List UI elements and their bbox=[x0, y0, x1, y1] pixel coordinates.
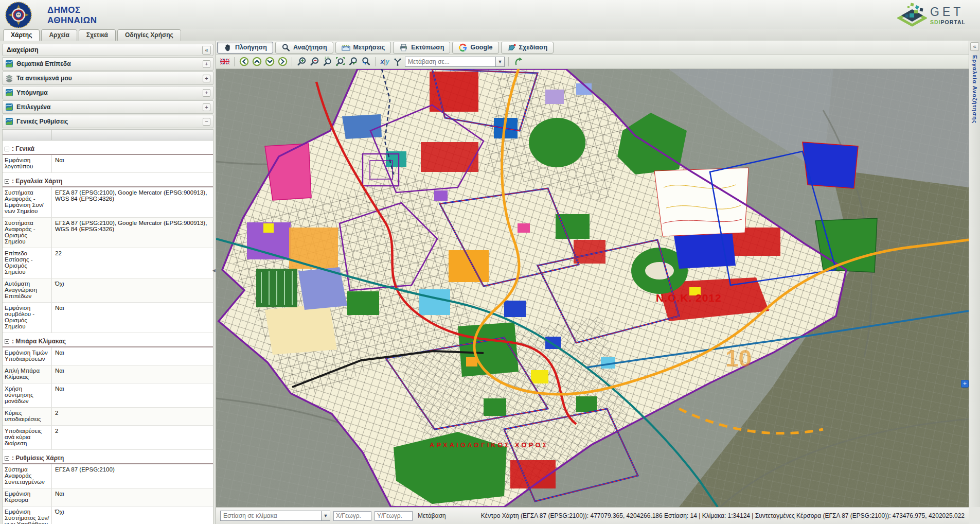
separator bbox=[508, 57, 509, 66]
setting-value[interactable]: Ναι bbox=[52, 488, 213, 506]
group-general[interactable]: : Γενικά bbox=[3, 141, 213, 155]
settings-row: Υποδιαιρέσεις ανά κύρια διαίρεση 2 bbox=[3, 426, 213, 450]
setting-label: Χρήση σύντμησης μονάδων bbox=[3, 383, 52, 407]
accordion-selected[interactable]: Επιλεγμένα + bbox=[2, 100, 213, 114]
zoom-in-button[interactable] bbox=[296, 56, 307, 67]
pan-up-button[interactable] bbox=[251, 56, 262, 67]
setting-value[interactable]: Όχι bbox=[52, 506, 213, 524]
expand-icon[interactable]: + bbox=[203, 89, 210, 97]
org-name: ΔΗΜΟΣ ΑΘΗΝΑΙΩΝ bbox=[47, 5, 97, 25]
setting-value[interactable]: 2 bbox=[52, 408, 213, 425]
get-sdi-portal-logo: GET SDIPORTAL bbox=[897, 2, 966, 29]
get-logo-icon bbox=[897, 2, 927, 29]
go-button[interactable] bbox=[512, 56, 524, 67]
setting-value[interactable]: Ναι bbox=[52, 383, 213, 407]
print-button[interactable]: Εκτύπωση bbox=[393, 42, 450, 54]
settings-row: Εμφάνιση συμβόλου - Ορισμός Σημείου Ναι bbox=[3, 303, 213, 333]
search-button[interactable]: Αναζήτηση bbox=[275, 42, 333, 54]
map-viewport[interactable]: ΑΡΧΑΙΟΛΟΓΙΚΟΣ ΧΩΡΟΣ Ν.Ο.Κ. 2012 10 + bbox=[216, 69, 969, 507]
pan-right-button[interactable] bbox=[277, 56, 288, 67]
goto-combo-input[interactable] bbox=[405, 57, 495, 67]
setting-value[interactable]: 2 bbox=[52, 426, 213, 449]
button-label: Αναζήτηση bbox=[293, 44, 327, 51]
east-panel-title: Εργαλεία Αναζήτησης bbox=[972, 55, 978, 124]
measure-button[interactable]: Μετρήσεις bbox=[335, 42, 391, 54]
expand-east-panel-button[interactable]: + bbox=[961, 380, 969, 388]
sidebar-collapse-button[interactable]: « bbox=[202, 46, 211, 55]
navigation-button[interactable]: Πλοήγηση bbox=[217, 42, 273, 54]
accordion-general-settings[interactable]: Γενικές Ρυθμίσεις − bbox=[2, 115, 213, 128]
google-button[interactable]: Google bbox=[452, 42, 498, 54]
group-map-settings[interactable]: : Ρυθμίσεις Χάρτη bbox=[3, 450, 213, 464]
accordion-legend[interactable]: Υπόμνημα + bbox=[2, 86, 213, 99]
management-sidebar: Διαχείριση « Θεματικά Επίπεδα + Τα αντικ… bbox=[0, 41, 216, 524]
zoom-previous-button[interactable] bbox=[347, 56, 359, 67]
collapse-icon[interactable]: − bbox=[203, 118, 210, 126]
app-header: ΔΗΜΟΣ ΑΘΗΝΑΙΩΝ GET SDIPORTAL bbox=[0, 0, 980, 29]
tab-help[interactable]: Οδηγίες Χρήσης bbox=[117, 29, 181, 41]
expand-icon[interactable]: + bbox=[203, 75, 210, 82]
button-label: Σχεδίαση bbox=[519, 44, 548, 51]
button-label: Πλοήγηση bbox=[235, 44, 267, 51]
legend-icon bbox=[5, 89, 13, 97]
zoom-next-button[interactable] bbox=[360, 56, 371, 67]
collapse-box-icon bbox=[5, 339, 9, 344]
main-toolbar: Πλοήγηση Αναζήτηση Μετρήσεις Εκτύπωση Go… bbox=[216, 41, 969, 55]
combo-dropdown-button[interactable]: ▼ bbox=[321, 511, 330, 521]
tab-about[interactable]: Σχετικά bbox=[79, 29, 116, 41]
panel-resize-grip[interactable]: ◀ bbox=[212, 268, 216, 273]
arrow-right-icon bbox=[278, 57, 288, 66]
goto-point-button[interactable] bbox=[392, 56, 403, 67]
goto-label[interactable]: Μετάβαση bbox=[418, 512, 446, 519]
setting-value[interactable]: Ναι bbox=[52, 365, 213, 383]
tab-map[interactable]: Χάρτης bbox=[3, 29, 40, 41]
grid-header-name bbox=[3, 130, 52, 140]
settings-row: Εμφάνιση Συστήματος Συν/νων Υποβάθρου Όχ… bbox=[3, 506, 213, 524]
map-canvas[interactable]: ΑΡΧΑΙΟΛΟΓΙΚΟΣ ΧΩΡΟΣ Ν.Ο.Κ. 2012 10 bbox=[216, 69, 969, 507]
map-watermark: 10 bbox=[725, 345, 752, 372]
setting-value[interactable]: Ναι bbox=[52, 303, 213, 333]
status-bar: ▼ Μετάβαση Κέντρο Χάρτη (ΕΓΣΑ 87 (EPSG:2… bbox=[216, 507, 969, 524]
map-label-nok-2012: Ν.Ο.Κ. 2012 bbox=[656, 292, 722, 304]
east-panel-expand-button[interactable]: « bbox=[970, 42, 979, 51]
pan-left-button[interactable] bbox=[238, 56, 250, 67]
language-button[interactable] bbox=[219, 56, 230, 67]
expand-icon[interactable]: + bbox=[203, 103, 210, 111]
draw-button[interactable]: Σχεδίαση bbox=[501, 42, 554, 54]
x-coordinate-input[interactable] bbox=[333, 511, 371, 521]
zoom-extent-icon bbox=[335, 57, 345, 66]
tab-files[interactable]: Αρχεία bbox=[41, 29, 77, 41]
accordion-thematic-layers[interactable]: Θεματικά Επίπεδα + bbox=[2, 57, 213, 71]
scale-combo-input[interactable] bbox=[220, 511, 321, 521]
setting-value[interactable]: ΕΓΣΑ 87 (EPSG:2100), Google Mercator (EP… bbox=[52, 187, 213, 217]
setting-value[interactable]: ΕΓΣΑ 87 (EPSG:2100), Google Mercator (EP… bbox=[52, 218, 213, 248]
zoom-extent-button[interactable] bbox=[334, 56, 346, 67]
pan-down-button[interactable] bbox=[264, 56, 275, 67]
get-wordmark: GET bbox=[930, 6, 966, 18]
setting-label: Απλή Μπάρα Κλίμακας bbox=[3, 365, 52, 383]
setting-value[interactable]: Όχι bbox=[52, 278, 213, 302]
button-label: Εκτύπωση bbox=[411, 44, 444, 51]
y-coordinate-input[interactable] bbox=[375, 511, 413, 521]
collapse-box-icon bbox=[5, 147, 9, 151]
goto-combo: ▼ bbox=[405, 57, 505, 67]
accordion-my-objects[interactable]: Τα αντικείμενά μου + bbox=[2, 72, 213, 85]
expand-icon[interactable]: + bbox=[203, 60, 210, 68]
setting-label: Εμφάνιση Κέρσορα bbox=[3, 488, 52, 506]
zoom-window-button[interactable] bbox=[322, 56, 333, 67]
group-scalebar[interactable]: : Μπάρα Κλίμακας bbox=[3, 333, 213, 347]
google-icon bbox=[458, 43, 467, 52]
setting-value[interactable]: Ναι bbox=[52, 155, 213, 172]
search-tools-collapsed-panel[interactable]: « Εργαλεία Αναζήτησης bbox=[969, 41, 980, 507]
show-coordinates-button[interactable]: x|y bbox=[379, 56, 390, 67]
setting-value[interactable]: 22 bbox=[52, 248, 213, 278]
zoom-out-button[interactable] bbox=[309, 56, 320, 67]
group-title: : Γενικά bbox=[12, 145, 34, 152]
group-map-tools[interactable]: : Εργαλεία Χάρτη bbox=[3, 173, 213, 187]
combo-dropdown-button[interactable]: ▼ bbox=[495, 57, 505, 67]
zoom-window-icon bbox=[323, 57, 332, 66]
portal-text: PORTAL bbox=[941, 19, 966, 25]
setting-value[interactable]: ΕΓΣΑ 87 (EPSG:2100) bbox=[52, 464, 213, 488]
pan-hand-icon bbox=[223, 43, 232, 52]
setting-value[interactable]: Ναι bbox=[52, 347, 213, 365]
